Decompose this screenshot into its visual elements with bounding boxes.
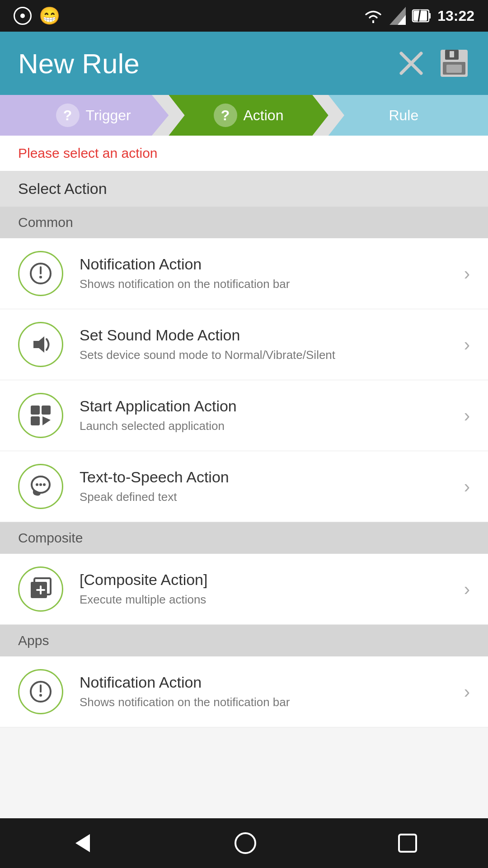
- notification-apps-chevron: ›: [464, 682, 470, 702]
- svg-point-22: [36, 483, 38, 486]
- notification-apps-icon: [27, 678, 54, 705]
- list-item-tts[interactable]: Text-to-Speech Action Speak defined text…: [0, 451, 488, 522]
- tab-action[interactable]: ? Action: [169, 95, 328, 136]
- svg-rect-19: [31, 416, 40, 425]
- list-item-sound-mode[interactable]: Set Sound Mode Action Sets device sound …: [0, 309, 488, 380]
- svg-marker-20: [42, 416, 51, 425]
- notification-icon-wrap: [18, 251, 63, 296]
- header-actions: [398, 47, 470, 79]
- list-item-notification-apps[interactable]: Notification Action Shows notification o…: [0, 656, 488, 727]
- time-display: 13:22: [437, 8, 474, 24]
- content-area: Please select an action Select Action Co…: [0, 136, 488, 818]
- validation-message: Please select an action: [0, 136, 488, 171]
- tts-icon: [27, 473, 54, 500]
- app-header: New Rule: [0, 32, 488, 95]
- tts-icon-wrap: [18, 464, 63, 509]
- notification-icon: [27, 260, 54, 287]
- svg-marker-32: [75, 834, 90, 852]
- notification-title: Notification Action: [80, 255, 455, 273]
- sound-mode-desc: Sets device sound mode to Normal/Vibrate…: [80, 348, 455, 363]
- status-bar: 😁 13:22: [0, 0, 488, 32]
- status-bar-left: 😁: [14, 6, 60, 26]
- list-item-start-app[interactable]: Start Application Action Launch selected…: [0, 380, 488, 451]
- start-app-chevron: ›: [464, 406, 470, 426]
- save-icon: [438, 47, 470, 79]
- notification-content: Notification Action Shows notification o…: [80, 255, 455, 292]
- sound-mode-title: Set Sound Mode Action: [80, 326, 455, 344]
- notification-apps-icon-wrap: [18, 669, 63, 714]
- recents-icon: [395, 831, 420, 855]
- tab-rule[interactable]: Rule: [328, 95, 488, 136]
- status-bar-right: 13:22: [363, 7, 474, 25]
- close-icon: [398, 50, 425, 77]
- tts-desc: Speak defined text: [80, 490, 455, 505]
- home-icon: [232, 830, 259, 857]
- home-button[interactable]: [232, 830, 259, 857]
- close-button[interactable]: [398, 50, 425, 77]
- list-item-composite[interactable]: [Composite Action] Execute multiple acti…: [0, 554, 488, 625]
- notification-apps-content: Notification Action Shows notification o…: [80, 674, 455, 710]
- composite-desc: Execute multiple actions: [80, 592, 455, 608]
- tab-rule-label: Rule: [389, 107, 418, 124]
- svg-point-31: [39, 694, 42, 697]
- tts-content: Text-to-Speech Action Speak defined text: [80, 468, 455, 505]
- svg-point-15: [39, 276, 42, 278]
- trigger-help-icon: ?: [56, 104, 80, 127]
- battery-icon: [412, 8, 431, 24]
- sound-mode-icon-wrap: [18, 322, 63, 367]
- start-app-content: Start Application Action Launch selected…: [80, 397, 455, 434]
- tts-chevron: ›: [464, 476, 470, 497]
- svg-marker-16: [33, 336, 44, 353]
- svg-rect-34: [399, 835, 416, 852]
- category-composite: Composite: [0, 522, 488, 554]
- svg-rect-17: [31, 406, 40, 415]
- svg-point-23: [39, 483, 42, 486]
- action-help-icon: ?: [214, 104, 237, 127]
- wifi-icon: [363, 8, 383, 24]
- tab-trigger[interactable]: ? Trigger: [0, 95, 169, 136]
- signal-icon: [389, 7, 406, 25]
- category-apps: Apps: [0, 625, 488, 656]
- sound-mode-content: Set Sound Mode Action Sets device sound …: [80, 326, 455, 363]
- notification-chevron: ›: [464, 264, 470, 284]
- save-button[interactable]: [438, 47, 470, 79]
- tab-navigation: ? Trigger ? Action Rule: [0, 95, 488, 136]
- page-title: New Rule: [18, 47, 140, 80]
- android-mascot-icon: 😁: [39, 6, 60, 26]
- composite-chevron: ›: [464, 579, 470, 599]
- svg-point-24: [43, 483, 46, 486]
- tts-title: Text-to-Speech Action: [80, 468, 455, 486]
- composite-content: [Composite Action] Execute multiple acti…: [80, 571, 455, 608]
- svg-rect-3: [429, 13, 431, 19]
- svg-point-33: [235, 833, 255, 853]
- tab-action-label: Action: [244, 107, 284, 124]
- category-common: Common: [0, 207, 488, 238]
- composite-title: [Composite Action]: [80, 571, 455, 589]
- tab-trigger-label: Trigger: [86, 107, 131, 124]
- svg-rect-10: [450, 51, 454, 57]
- recents-button[interactable]: [395, 831, 420, 855]
- start-app-icon-wrap: [18, 393, 63, 438]
- start-app-desc: Launch selected application: [80, 419, 455, 434]
- notification-desc: Shows notification on the notification b…: [80, 277, 455, 292]
- composite-icon-wrap: [18, 566, 63, 612]
- sound-mode-icon: [27, 331, 54, 358]
- back-button[interactable]: [68, 830, 95, 857]
- svg-rect-18: [42, 406, 51, 415]
- section-header: Select Action: [0, 171, 488, 207]
- start-app-title: Start Application Action: [80, 397, 455, 415]
- svg-rect-12: [446, 65, 462, 73]
- notification-apps-title: Notification Action: [80, 674, 455, 691]
- composite-icon: [27, 576, 54, 603]
- back-icon: [68, 830, 95, 857]
- notification-apps-desc: Shows notification on the notification b…: [80, 695, 455, 710]
- circle-indicator-icon: [14, 7, 32, 25]
- bottom-navigation: [0, 818, 488, 868]
- start-app-icon: [27, 402, 54, 429]
- sound-mode-chevron: ›: [464, 335, 470, 355]
- list-item-notification[interactable]: Notification Action Shows notification o…: [0, 238, 488, 309]
